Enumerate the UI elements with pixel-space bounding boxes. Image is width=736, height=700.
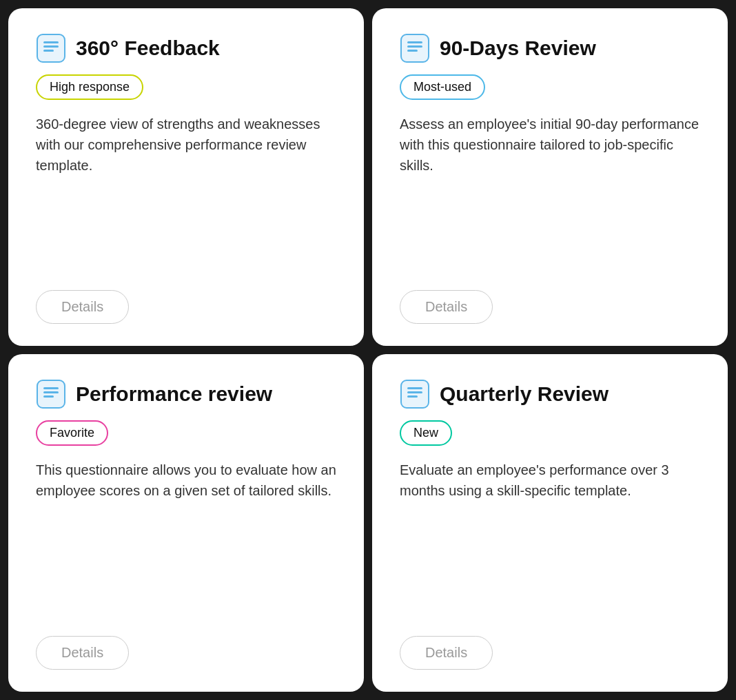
badge: Favorite xyxy=(36,420,108,446)
document-icon xyxy=(36,33,66,63)
badge: Most-used xyxy=(400,74,485,100)
svg-rect-6 xyxy=(407,45,422,48)
card-header: Quarterly Review xyxy=(400,379,700,409)
details-button[interactable]: Details xyxy=(36,636,129,670)
card-title: 360° Feedback xyxy=(76,36,220,61)
svg-rect-9 xyxy=(43,387,59,389)
svg-rect-12 xyxy=(401,380,429,408)
document-icon xyxy=(400,379,430,409)
document-icon xyxy=(36,379,66,409)
svg-rect-7 xyxy=(407,50,418,52)
card-header: 90-Days Review xyxy=(400,33,700,63)
card-performance-review: Performance review Favorite This questio… xyxy=(8,354,364,692)
svg-rect-2 xyxy=(43,45,59,48)
svg-rect-8 xyxy=(37,380,65,408)
card-360-feedback: 360° Feedback High response 360-degree v… xyxy=(8,8,364,346)
card-description: 360-degree view of strengths and weaknes… xyxy=(36,114,336,268)
card-header: Performance review xyxy=(36,379,336,409)
details-button[interactable]: Details xyxy=(400,636,493,670)
card-description: Evaluate an employee's performance over … xyxy=(400,460,700,614)
svg-rect-14 xyxy=(407,391,422,393)
card-90-days-review: 90-Days Review Most-used Assess an emplo… xyxy=(372,8,728,346)
card-description: Assess an employee's initial 90-day perf… xyxy=(400,114,700,268)
details-button[interactable]: Details xyxy=(36,290,129,324)
svg-rect-11 xyxy=(43,395,54,398)
card-title: 90-Days Review xyxy=(440,36,596,61)
svg-rect-13 xyxy=(407,387,422,389)
card-description: This questionnaire allows you to evaluat… xyxy=(36,460,336,614)
svg-rect-3 xyxy=(43,50,54,52)
details-button[interactable]: Details xyxy=(400,290,493,324)
svg-rect-0 xyxy=(37,34,65,62)
card-header: 360° Feedback xyxy=(36,33,336,63)
badge: High response xyxy=(36,74,143,100)
card-title: Performance review xyxy=(76,382,272,406)
card-title: Quarterly Review xyxy=(440,382,609,406)
card-quarterly-review: Quarterly Review New Evaluate an employe… xyxy=(372,354,728,692)
document-icon xyxy=(400,33,430,63)
badge: New xyxy=(400,420,452,446)
svg-rect-1 xyxy=(43,41,59,43)
svg-rect-4 xyxy=(401,34,429,62)
svg-rect-10 xyxy=(43,391,59,393)
svg-rect-5 xyxy=(407,41,422,43)
svg-rect-15 xyxy=(407,395,418,398)
